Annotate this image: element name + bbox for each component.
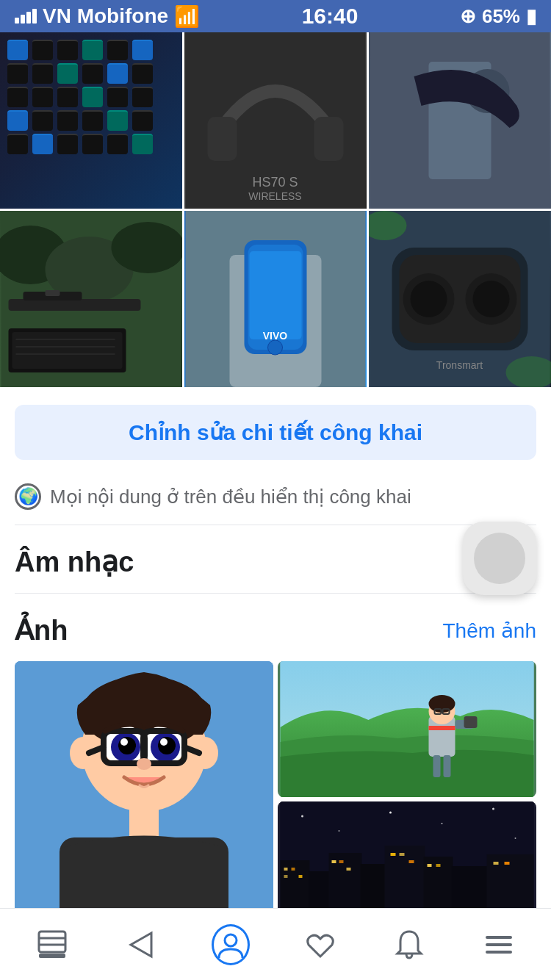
svg-point-73 bbox=[339, 830, 340, 832]
svg-rect-88 bbox=[284, 875, 288, 878]
svg-point-72 bbox=[301, 815, 303, 818]
svg-rect-95 bbox=[409, 860, 414, 863]
signal-bars bbox=[15, 9, 37, 24]
svg-rect-86 bbox=[284, 868, 288, 871]
svg-rect-93 bbox=[391, 853, 396, 856]
svg-text:WIRELESS: WIRELESS bbox=[248, 190, 301, 202]
time-display: 16:40 bbox=[302, 4, 359, 29]
nav-item-menu[interactable] bbox=[462, 919, 536, 970]
edit-public-button[interactable]: Chỉnh sửa chi tiết công khai bbox=[15, 405, 536, 460]
svg-point-55 bbox=[137, 758, 151, 770]
svg-rect-91 bbox=[339, 860, 344, 863]
watch-icon bbox=[122, 926, 160, 964]
nav-item-profile[interactable] bbox=[194, 919, 267, 970]
svg-rect-90 bbox=[332, 860, 336, 863]
photo-row-1: HS70 S WIRELESS bbox=[0, 32, 551, 209]
svg-point-75 bbox=[442, 823, 443, 824]
wifi-icon: 📶 bbox=[174, 4, 200, 29]
svg-rect-14 bbox=[46, 290, 60, 296]
svg-point-77 bbox=[515, 837, 516, 839]
svg-rect-99 bbox=[505, 862, 510, 865]
svg-rect-97 bbox=[436, 864, 441, 867]
carrier-label: VN Mobifone bbox=[43, 4, 168, 28]
svg-point-48 bbox=[120, 738, 128, 746]
nav-item-feed[interactable] bbox=[15, 919, 89, 970]
photos-section-header: Ảnh Thêm ảnh bbox=[0, 594, 551, 661]
svg-text:HS70 S: HS70 S bbox=[252, 175, 298, 190]
floating-record-button[interactable] bbox=[463, 522, 536, 595]
photo-earbuds[interactable]: Tronsmart bbox=[369, 211, 551, 387]
avatar-placeholder bbox=[15, 661, 273, 940]
profile-icon bbox=[212, 926, 250, 964]
nav-item-friends[interactable] bbox=[284, 919, 357, 970]
photo-tea-field[interactable] bbox=[278, 661, 536, 797]
svg-rect-12 bbox=[9, 299, 141, 311]
photos-grid bbox=[15, 661, 536, 940]
photo-row-2: VIVO Tronsmart bbox=[0, 211, 551, 387]
battery-label: 65% bbox=[482, 5, 520, 28]
music-title: Âm nhạc bbox=[15, 546, 134, 578]
heart-icon bbox=[301, 926, 339, 964]
nav-item-notifications[interactable] bbox=[372, 919, 446, 970]
nav-item-watch[interactable] bbox=[104, 919, 178, 970]
svg-point-113 bbox=[225, 934, 237, 946]
lock-icon: ⊕ bbox=[460, 5, 476, 28]
svg-point-11 bbox=[112, 222, 183, 273]
svg-point-76 bbox=[492, 808, 494, 810]
svg-text:VIVO: VIVO bbox=[263, 330, 288, 342]
globe-icon: 🌍 bbox=[15, 483, 41, 510]
svg-text:Tronsmart: Tronsmart bbox=[436, 359, 483, 371]
public-info: 🌍 Mọi nội dung ở trên đều hiển thị công … bbox=[0, 475, 551, 525]
svg-rect-87 bbox=[292, 868, 295, 871]
svg-rect-111 bbox=[39, 954, 65, 958]
svg-point-25 bbox=[268, 340, 283, 355]
svg-point-63 bbox=[429, 695, 455, 713]
svg-rect-2 bbox=[314, 117, 344, 161]
status-right: ⊕ 65% ▮ bbox=[460, 5, 536, 28]
svg-rect-67 bbox=[464, 716, 478, 728]
svg-point-46 bbox=[118, 737, 136, 754]
menu-icon bbox=[480, 926, 518, 964]
svg-point-49 bbox=[160, 738, 168, 746]
photo-right-column bbox=[278, 661, 536, 940]
svg-rect-61 bbox=[429, 726, 455, 730]
photos-add-button[interactable]: Thêm ảnh bbox=[443, 619, 537, 643]
svg-rect-69 bbox=[444, 755, 451, 777]
svg-rect-92 bbox=[347, 868, 351, 871]
photo-gun[interactable] bbox=[0, 211, 182, 387]
svg-rect-89 bbox=[299, 875, 303, 878]
svg-point-74 bbox=[389, 812, 392, 814]
photo-grid: HS70 S WIRELESS bbox=[0, 32, 551, 387]
svg-rect-16 bbox=[12, 332, 123, 369]
photo-avatar[interactable] bbox=[15, 661, 273, 940]
svg-point-47 bbox=[158, 737, 176, 754]
svg-rect-68 bbox=[433, 755, 441, 777]
svg-point-31 bbox=[411, 281, 447, 317]
svg-point-33 bbox=[473, 281, 510, 317]
edit-section: Chỉnh sửa chi tiết công khai bbox=[0, 387, 551, 475]
svg-marker-112 bbox=[131, 933, 151, 956]
photo-vivo[interactable]: VIVO bbox=[184, 211, 367, 387]
svg-rect-98 bbox=[494, 862, 499, 865]
svg-rect-1 bbox=[208, 117, 237, 161]
svg-rect-94 bbox=[400, 853, 405, 856]
status-left: VN Mobifone 📶 bbox=[15, 4, 200, 29]
svg-rect-24 bbox=[250, 251, 302, 339]
svg-rect-108 bbox=[39, 932, 65, 952]
photos-section bbox=[0, 661, 551, 940]
photo-headphones[interactable]: HS70 S WIRELESS bbox=[184, 32, 367, 209]
status-bar: VN Mobifone 📶 16:40 ⊕ 65% ▮ bbox=[0, 0, 551, 32]
svg-rect-96 bbox=[428, 864, 432, 867]
photo-gadget[interactable] bbox=[369, 32, 551, 209]
main-content: HS70 S WIRELESS bbox=[0, 32, 551, 980]
battery-icon: ▮ bbox=[526, 5, 536, 28]
photos-title: Ảnh bbox=[15, 614, 68, 646]
bottom-nav bbox=[0, 908, 551, 980]
floating-btn-inner bbox=[474, 533, 525, 584]
public-info-text: Mọi nội dung ở trên đều hiển thị công kh… bbox=[50, 486, 411, 508]
photo-keyboard[interactable] bbox=[0, 32, 182, 209]
bell-icon bbox=[390, 926, 428, 964]
feed-icon bbox=[33, 926, 71, 964]
